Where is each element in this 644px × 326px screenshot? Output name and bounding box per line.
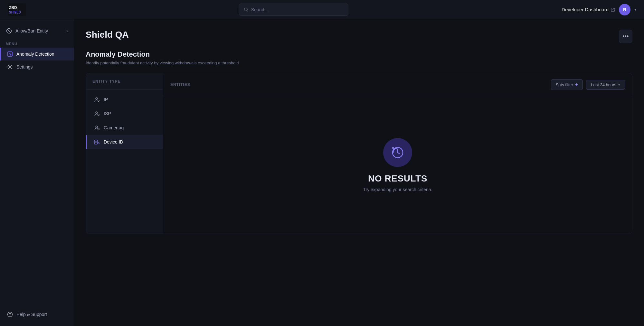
- entities-panel: Entities Sats filter + Last 24 hours ▾: [163, 73, 632, 234]
- gamertag-icon: i: [93, 125, 100, 131]
- entities-header: Entities Sats filter + Last 24 hours ▾: [163, 73, 632, 96]
- svg-text:i: i: [98, 143, 99, 144]
- entities-header-controls: Sats filter + Last 24 hours ▾: [551, 79, 625, 90]
- entity-type-device-id[interactable]: i Device ID: [86, 135, 163, 149]
- isp-icon: i: [93, 110, 100, 117]
- time-filter-label: Last 24 hours: [591, 82, 616, 87]
- anomaly-detection-icon: [7, 51, 13, 57]
- svg-point-11: [96, 98, 98, 99]
- search-icon: [244, 7, 249, 12]
- svg-text:i: i: [98, 114, 99, 116]
- sats-filter-button[interactable]: Sats filter +: [551, 79, 583, 90]
- app-header: ZBD SHIELD Developer Dashboard R ▾: [0, 0, 644, 19]
- device-id-icon: i: [93, 139, 100, 145]
- user-avatar[interactable]: R: [619, 4, 630, 15]
- sidebar-item-allow-ban[interactable]: Allow/Ban Entity ›: [0, 24, 74, 37]
- main-layout: Allow/Ban Entity › Menu Anomaly Detectio…: [0, 19, 644, 326]
- sidebar-item-settings[interactable]: Settings: [0, 61, 74, 73]
- help-support-label: Help & Support: [16, 312, 47, 317]
- svg-rect-7: [8, 52, 13, 57]
- svg-point-14: [96, 112, 98, 114]
- entity-type-panel: Entity Type i IP: [86, 73, 163, 234]
- search-input[interactable]: [251, 7, 344, 12]
- entity-type-header: Entity Type: [86, 73, 163, 90]
- no-results-icon-wrapper: [383, 138, 412, 167]
- device-id-label: Device ID: [104, 139, 123, 144]
- isp-label: ISP: [104, 111, 111, 116]
- developer-dashboard-link[interactable]: Developer Dashboard: [562, 7, 615, 12]
- time-filter-button[interactable]: Last 24 hours ▾: [586, 80, 625, 90]
- gamertag-label: Gamertag: [104, 125, 124, 130]
- history-clock-icon: [391, 145, 405, 160]
- svg-point-10: [10, 315, 10, 316]
- entity-type-gamertag[interactable]: i Gamertag: [86, 121, 163, 135]
- no-results-subtitle: Try expanding your search criteria.: [363, 187, 432, 192]
- allow-ban-icon: [6, 28, 12, 34]
- allow-ban-label: Allow/Ban Entity: [15, 28, 48, 33]
- sidebar-bottom: Help & Support: [0, 308, 74, 321]
- ip-icon: i: [93, 96, 100, 103]
- svg-line-6: [7, 29, 11, 33]
- time-filter-chevron-icon: ▾: [618, 83, 620, 87]
- svg-text:i: i: [98, 100, 99, 102]
- help-support-icon: [7, 311, 13, 318]
- more-options-button[interactable]: •••: [619, 30, 632, 43]
- sats-filter-label: Sats filter: [556, 82, 573, 87]
- svg-point-17: [96, 126, 98, 128]
- user-menu-chevron[interactable]: ▾: [634, 7, 636, 12]
- sidebar: Allow/Ban Entity › Menu Anomaly Detectio…: [0, 19, 74, 326]
- no-results-area: NO RESULTS Try expanding your search cri…: [163, 96, 632, 234]
- sidebar-item-help-support[interactable]: Help & Support: [0, 308, 74, 321]
- section-title: Anomaly Detection: [86, 50, 632, 59]
- svg-point-8: [9, 66, 11, 68]
- svg-text:SHIELD: SHIELD: [9, 11, 21, 14]
- sats-filter-plus-icon: +: [575, 82, 578, 88]
- no-results-title: NO RESULTS: [368, 173, 427, 184]
- entity-type-isp[interactable]: i ISP: [86, 107, 163, 121]
- page-title: Shield QA: [86, 30, 632, 40]
- entity-type-ip[interactable]: i IP: [86, 92, 163, 107]
- menu-label: Menu: [0, 37, 74, 48]
- header-right: Developer Dashboard R ▾: [562, 4, 636, 15]
- section-description: Identify potentially fraudulent activity…: [86, 61, 632, 65]
- external-link-icon: [611, 7, 615, 12]
- entity-type-list: i IP i: [86, 90, 163, 152]
- svg-line-4: [247, 10, 248, 11]
- settings-label: Settings: [16, 64, 33, 70]
- sidebar-item-anomaly-detection[interactable]: Anomaly Detection: [0, 48, 74, 61]
- svg-text:i: i: [98, 128, 99, 130]
- anomaly-panel: Entity Type i IP: [86, 73, 632, 234]
- entities-header-label: Entities: [170, 82, 190, 87]
- svg-text:ZBD: ZBD: [9, 5, 17, 10]
- search-bar[interactable]: [239, 4, 348, 16]
- anomaly-detection-label: Anomaly Detection: [16, 51, 54, 57]
- logo: ZBD SHIELD: [8, 3, 26, 16]
- ip-label: IP: [104, 97, 108, 102]
- main-content: Shield QA ••• Anomaly Detection Identify…: [74, 19, 644, 326]
- settings-icon: [7, 64, 13, 70]
- allow-ban-chevron: ›: [66, 28, 68, 34]
